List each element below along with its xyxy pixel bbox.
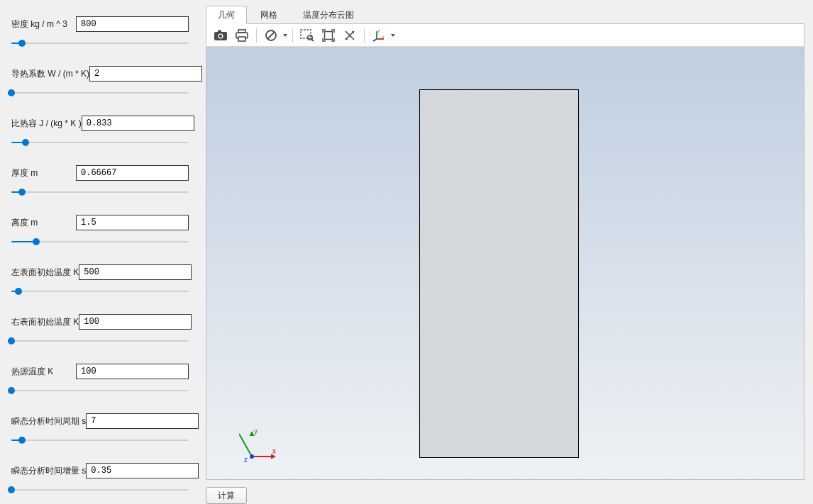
- param-transient-period: 瞬态分析时间周期 s: [11, 411, 189, 445]
- geometry-rectangle: [419, 89, 579, 458]
- main-area: 几何 网格 温度分布云图: [200, 0, 813, 504]
- param-transient-increment: 瞬态分析时间增量 s: [11, 461, 189, 495]
- svg-point-10: [308, 35, 312, 39]
- svg-text:z: z: [244, 456, 248, 464]
- svg-text:x: x: [382, 34, 384, 38]
- param-label: 左表面初始温度 K: [11, 267, 79, 279]
- svg-line-19: [373, 39, 377, 41]
- svg-text:y: y: [254, 427, 258, 435]
- param-input-conductivity[interactable]: [89, 66, 202, 82]
- param-label: 比热容 J / (kg * K ): [11, 118, 82, 130]
- param-input-height[interactable]: [76, 215, 189, 230]
- param-slider-specific-heat[interactable]: [11, 138, 189, 147]
- svg-rect-5: [238, 30, 245, 33]
- param-label: 瞬态分析时间周期 s: [11, 415, 86, 427]
- param-input-left-temp[interactable]: [79, 264, 192, 280]
- param-thickness: 厚度 m: [11, 163, 189, 197]
- param-label: 导热系数 W / (m * K): [11, 68, 89, 80]
- toolbar-separator: [256, 28, 257, 43]
- param-input-thickness[interactable]: [76, 165, 189, 181]
- toolbar-separator: [364, 28, 365, 43]
- toolbar-separator: [292, 28, 293, 43]
- param-slider-source-temp[interactable]: [11, 386, 189, 396]
- param-source-temp: 热源温度 K: [11, 362, 189, 396]
- print-icon[interactable]: [232, 26, 252, 45]
- param-input-source-temp[interactable]: [76, 364, 189, 379]
- svg-rect-1: [218, 30, 221, 32]
- param-input-density[interactable]: [76, 16, 189, 32]
- param-input-right-temp[interactable]: [79, 314, 192, 330]
- tab-panel-geometry: y x y x: [206, 23, 804, 480]
- svg-line-8: [268, 32, 275, 38]
- param-conductivity: 导热系数 W / (m * K): [11, 64, 189, 98]
- svg-line-11: [311, 39, 314, 41]
- tab-mesh[interactable]: 网格: [248, 6, 289, 24]
- param-specific-heat: 比热容 J / (kg * K ): [11, 113, 189, 147]
- axes-orientation-icon[interactable]: y x: [369, 26, 389, 45]
- param-slider-right-temp[interactable]: [11, 336, 189, 346]
- svg-rect-9: [301, 30, 311, 38]
- svg-text:y: y: [378, 29, 380, 33]
- zoom-extents-icon[interactable]: [319, 26, 338, 45]
- axes-orientation-dropdown[interactable]: [390, 26, 396, 45]
- param-height: 高度 m: [11, 213, 189, 247]
- param-slider-left-temp[interactable]: [11, 286, 189, 296]
- parameters-sidebar: 密度 kg / m ^ 3 导热系数 W / (m * K) 比热容: [0, 0, 200, 504]
- reset-view-icon[interactable]: [261, 26, 281, 45]
- app-root: 密度 kg / m ^ 3 导热系数 W / (m * K) 比热容: [0, 0, 813, 504]
- tab-geometry[interactable]: 几何: [206, 6, 247, 24]
- rotate-icon[interactable]: [340, 26, 360, 45]
- param-label: 高度 m: [11, 217, 76, 229]
- param-slider-density[interactable]: [11, 38, 189, 48]
- param-input-specific-heat[interactable]: [82, 116, 194, 131]
- calculate-button[interactable]: 计算: [206, 487, 247, 504]
- param-label: 热源温度 K: [11, 366, 76, 378]
- tab-bar: 几何 网格 温度分布云图: [206, 6, 804, 24]
- svg-line-22: [239, 434, 252, 457]
- param-label: 右表面初始温度 K: [11, 316, 79, 328]
- param-label: 密度 kg / m ^ 3: [11, 18, 76, 30]
- svg-point-28: [250, 454, 254, 459]
- param-slider-height[interactable]: [11, 237, 189, 247]
- param-label: 厚度 m: [11, 167, 76, 179]
- tab-thermal-contour[interactable]: 温度分布云图: [291, 6, 366, 24]
- param-left-temp: 左表面初始温度 K: [11, 262, 189, 296]
- param-slider-transient-period[interactable]: [11, 435, 189, 445]
- param-slider-transient-increment[interactable]: [11, 485, 189, 495]
- param-slider-conductivity[interactable]: [11, 88, 189, 98]
- svg-rect-6: [238, 37, 245, 41]
- reset-view-dropdown[interactable]: [282, 26, 288, 45]
- svg-rect-12: [325, 31, 333, 39]
- axis-triad-icon: y x z: [239, 425, 279, 465]
- param-input-transient-increment[interactable]: [86, 463, 199, 478]
- param-slider-thickness[interactable]: [11, 187, 189, 197]
- zoom-select-icon[interactable]: [297, 26, 317, 45]
- screenshot-icon[interactable]: [211, 26, 231, 45]
- action-row: 计算: [206, 487, 804, 504]
- param-input-transient-period[interactable]: [86, 413, 199, 429]
- param-label: 瞬态分析时间增量 s: [11, 465, 86, 477]
- svg-text:x: x: [272, 447, 276, 455]
- geometry-viewport[interactable]: y x z: [206, 47, 804, 479]
- viewport-toolbar: y x: [206, 24, 804, 47]
- param-density: 密度 kg / m ^ 3: [11, 14, 189, 48]
- svg-point-3: [219, 34, 223, 38]
- param-right-temp: 右表面初始温度 K: [11, 312, 189, 346]
